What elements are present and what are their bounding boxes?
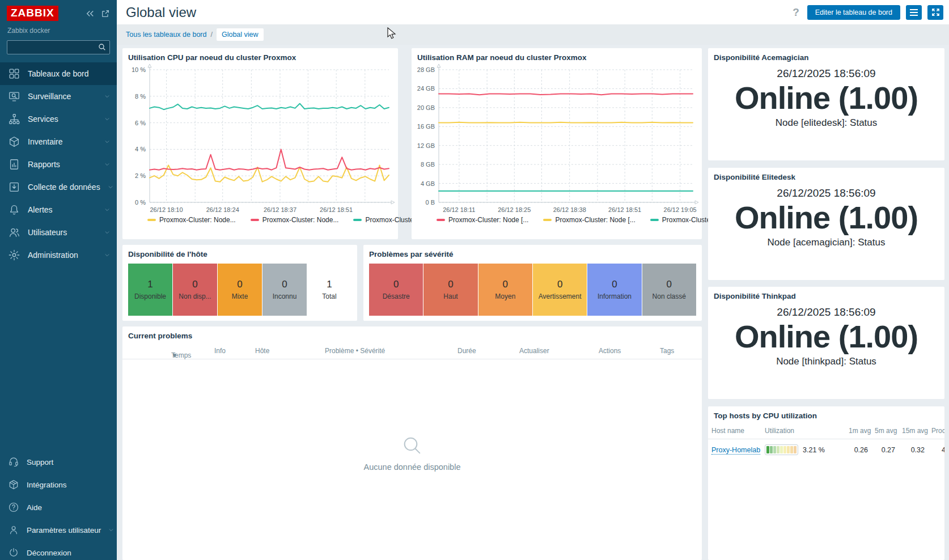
availability-cell-inconnu[interactable]: 0Inconnu xyxy=(262,264,307,316)
legend-swatch xyxy=(437,219,445,221)
column-header-15m-avg[interactable]: 15m avg xyxy=(899,425,928,439)
widget-title: Current problems xyxy=(122,326,702,342)
legend-item[interactable]: Proxmox-Cluster: Node [... xyxy=(543,216,635,224)
search-empty-icon xyxy=(401,434,423,457)
power-icon xyxy=(8,547,19,558)
svg-text:26/12 18:51: 26/12 18:51 xyxy=(608,206,641,213)
availability-cell-mixte[interactable]: 0Mixte xyxy=(218,264,262,316)
availability-cell-disponible[interactable]: 1Disponible xyxy=(128,264,172,316)
dashboard-icon xyxy=(8,67,20,80)
chevron-down-icon xyxy=(104,252,110,258)
cell-value: 1 xyxy=(147,279,152,290)
legend-label: Proxmox-Cluster: Node... xyxy=(159,216,236,224)
sidebar-item-alertes[interactable]: Alertes xyxy=(0,198,117,221)
top-hosts-header-row: Host name Utilization 1m avg 5m avg 15m … xyxy=(708,425,944,439)
availability-cell-non-disponible[interactable]: 0Non disp... xyxy=(173,264,217,316)
column-header-utilization[interactable]: Utilization xyxy=(761,425,845,439)
cell-label: Mixte xyxy=(232,292,248,300)
fullscreen-icon xyxy=(931,8,940,16)
column-header-info[interactable]: Info xyxy=(214,347,226,355)
widget-host-availability: Disponibilité de l'hôte 1Disponible 0Non… xyxy=(122,245,357,321)
legend-item[interactable]: Proxmox-Cluster: Node... xyxy=(251,216,339,224)
column-header-actions[interactable]: Actions xyxy=(599,347,621,355)
column-header-host-name[interactable]: Host name xyxy=(708,425,761,439)
column-header-actualiser[interactable]: Actualiser xyxy=(519,347,549,355)
sidebar-item-label: Paramètres utilisateur xyxy=(27,526,101,534)
legend-item[interactable]: Proxmox-Cluster: Node... xyxy=(147,216,236,224)
sidebar-item-deconnexion[interactable]: Déconnexion xyxy=(0,541,117,560)
svg-text:2 %: 2 % xyxy=(135,172,146,179)
breadcrumb-root-link[interactable]: Tous les tableaux de bord xyxy=(126,31,206,39)
sidebar-item-rapports[interactable]: Rapports xyxy=(0,153,117,176)
cell-value: 0 xyxy=(393,279,399,290)
sidebar-menu: Tableaux de bord Surveillance Services I… xyxy=(0,62,117,266)
sidebar-item-utilisateurs[interactable]: Utilisateurs xyxy=(0,221,117,244)
sidebar-item-collecte-de-donnees[interactable]: Collecte de données xyxy=(0,176,117,198)
reports-icon xyxy=(8,158,20,171)
sidebar-item-label: Services xyxy=(28,114,97,124)
edit-dashboard-button[interactable]: Editer le tableau de bord xyxy=(807,5,900,20)
legend-label: Proxmox-Cluster: Node [... xyxy=(448,216,528,224)
services-icon xyxy=(8,113,20,125)
svg-text:16 GB: 16 GB xyxy=(417,123,435,130)
headset-icon xyxy=(8,456,19,468)
sidebar-item-support[interactable]: Support xyxy=(0,451,117,473)
availability-status: Online (1.00) xyxy=(735,80,918,116)
legend-swatch xyxy=(147,219,156,221)
sidebar-item-services[interactable]: Services xyxy=(0,108,117,130)
column-header-1m-avg[interactable]: 1m avg xyxy=(845,425,871,439)
ram-chart-legend: Proxmox-Cluster: Node [... Proxmox-Clust… xyxy=(412,215,702,224)
sidebar-item-administration[interactable]: Administration xyxy=(0,244,117,266)
column-header-tags[interactable]: Tags xyxy=(660,347,674,355)
breadcrumb-current[interactable]: Global view xyxy=(217,28,264,41)
column-header-processes[interactable]: Proces xyxy=(928,425,944,439)
sidebar-item-inventaire[interactable]: Inventaire xyxy=(0,130,117,153)
severity-cell-avertissement[interactable]: 0Avertissement xyxy=(533,264,587,316)
problems-table-header: Temps ▼ Info Hôte Problème • Sévérité Du… xyxy=(122,342,702,359)
svg-text:26/12 18:11: 26/12 18:11 xyxy=(443,206,475,213)
svg-text:26/12 19:05: 26/12 19:05 xyxy=(664,206,697,213)
legend-item[interactable]: Proxmox-Cluster: Node [... xyxy=(437,216,528,224)
sidebar-item-surveillance[interactable]: Surveillance xyxy=(0,85,117,108)
chevron-down-icon xyxy=(104,116,110,122)
top-hosts-table: Host name Utilization 1m avg 5m avg 15m … xyxy=(708,425,944,460)
column-header-5m-avg[interactable]: 5m avg xyxy=(871,425,899,439)
cell-value: 0 xyxy=(557,279,562,290)
search-input[interactable] xyxy=(7,40,110,54)
chevron-down-icon xyxy=(104,162,110,167)
fullscreen-button[interactable] xyxy=(927,5,943,20)
undock-sidebar-icon[interactable] xyxy=(101,9,110,18)
cell-label: Total xyxy=(322,292,336,300)
widget-availability-acemagician: Disponibilité Acemagician 26/12/2025 18:… xyxy=(708,48,944,160)
column-header-hote[interactable]: Hôte xyxy=(255,347,269,355)
severity-cell-haut[interactable]: 0Haut xyxy=(423,264,477,316)
users-icon xyxy=(8,226,20,239)
severity-cell-moyen[interactable]: 0Moyen xyxy=(478,264,532,316)
cpu-chart-plot[interactable]: 10 %8 %6 %4 %2 %0 %26/12 18:1026/12 18:2… xyxy=(125,64,396,215)
sidebar-item-integrations[interactable]: Intégrations xyxy=(0,473,117,496)
collapse-sidebar-icon[interactable] xyxy=(85,9,95,19)
cell-value: 0 xyxy=(282,279,287,290)
ram-chart-plot[interactable]: 28 GB24 GB20 GB16 GB12 GB8 GB4 GB0 B26/1… xyxy=(414,64,700,215)
sidebar-item-tableaux-de-bord[interactable]: Tableaux de bord xyxy=(0,62,117,85)
availability-status: Online (1.00) xyxy=(735,200,918,236)
host-link[interactable]: Proxy-Homelab xyxy=(711,446,760,455)
cell-label: Moyen xyxy=(495,292,515,300)
dashboard-menu-button[interactable] xyxy=(906,5,922,20)
zabbix-logo[interactable]: ZABBIX xyxy=(7,6,58,21)
severity-cell-non-classe[interactable]: 0Non classé xyxy=(642,264,696,316)
column-header-probleme-severite[interactable]: Problème • Sévérité xyxy=(325,347,385,355)
utilization-bar xyxy=(765,444,798,455)
cell-value: 0 xyxy=(237,279,242,290)
availability-cell-total[interactable]: 1Total xyxy=(307,264,351,316)
avg-1m-value: 0.26 xyxy=(845,439,871,461)
severity-cell-information[interactable]: 0Information xyxy=(587,264,641,316)
sidebar-item-label: Alertes xyxy=(28,205,97,214)
help-icon[interactable]: ? xyxy=(790,6,802,19)
sidebar-search xyxy=(7,40,110,54)
sidebar-item-parametres-utilisateur[interactable]: Paramètres utilisateur xyxy=(0,519,117,541)
sidebar-item-aide[interactable]: Aide xyxy=(0,496,117,519)
dashboard-grid: Utilisation CPU par noeud du cluster Pro… xyxy=(117,45,949,560)
column-header-duree[interactable]: Durée xyxy=(457,347,476,355)
severity-cell-desastre[interactable]: 0Désastre xyxy=(369,264,423,316)
